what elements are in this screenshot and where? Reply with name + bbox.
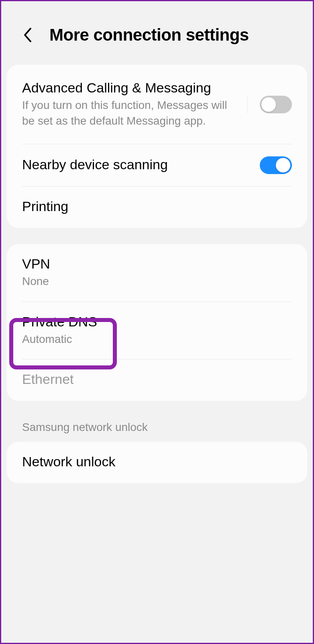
header: More connection settings	[1, 1, 313, 65]
toggle-advanced-calling[interactable]	[260, 96, 292, 113]
chevron-left-icon	[22, 27, 32, 43]
item-title: Printing	[22, 199, 292, 214]
item-title: VPN	[22, 256, 292, 272]
item-subtitle: Automatic	[22, 331, 292, 347]
item-text: Printing	[22, 199, 292, 216]
section-header: Samsung network unlock	[1, 417, 313, 442]
item-title: Ethernet	[22, 371, 292, 387]
settings-group: VPN None Private DNS Automatic Ethernet	[7, 244, 307, 400]
item-text: Network unlock	[22, 454, 292, 471]
item-title: Network unlock	[22, 454, 292, 470]
item-title: Private DNS	[22, 314, 292, 330]
settings-item-advanced-calling[interactable]: Advanced Calling & Messaging If you turn…	[7, 65, 307, 144]
toggle-container	[260, 156, 292, 174]
item-text: Ethernet	[22, 371, 292, 389]
settings-group: Advanced Calling & Messaging If you turn…	[7, 65, 307, 228]
settings-item-vpn[interactable]: VPN None	[7, 244, 307, 301]
toggle-knob	[261, 97, 276, 112]
section-header-text: Samsung network unlock	[22, 421, 292, 434]
toggle-container	[247, 96, 292, 113]
item-text: Advanced Calling & Messaging If you turn…	[22, 80, 239, 129]
settings-item-ethernet: Ethernet	[7, 359, 307, 401]
toggle-nearby-scanning[interactable]	[260, 156, 292, 174]
page-title: More connection settings	[49, 25, 249, 45]
settings-item-printing[interactable]: Printing	[7, 187, 307, 228]
item-text: VPN None	[22, 256, 292, 289]
settings-item-private-dns[interactable]: Private DNS Automatic	[7, 302, 307, 359]
settings-item-nearby-scanning[interactable]: Nearby device scanning	[7, 144, 307, 186]
item-title: Advanced Calling & Messaging	[22, 80, 239, 96]
item-subtitle: If you turn on this function, Messages w…	[22, 97, 239, 129]
settings-group: Network unlock	[7, 442, 307, 483]
item-title: Nearby device scanning	[22, 157, 260, 172]
item-text: Nearby device scanning	[22, 157, 260, 174]
item-text: Private DNS Automatic	[22, 314, 292, 347]
item-subtitle: None	[22, 273, 292, 289]
back-button[interactable]	[21, 27, 33, 43]
toggle-knob	[276, 158, 290, 172]
settings-item-network-unlock[interactable]: Network unlock	[7, 442, 307, 483]
